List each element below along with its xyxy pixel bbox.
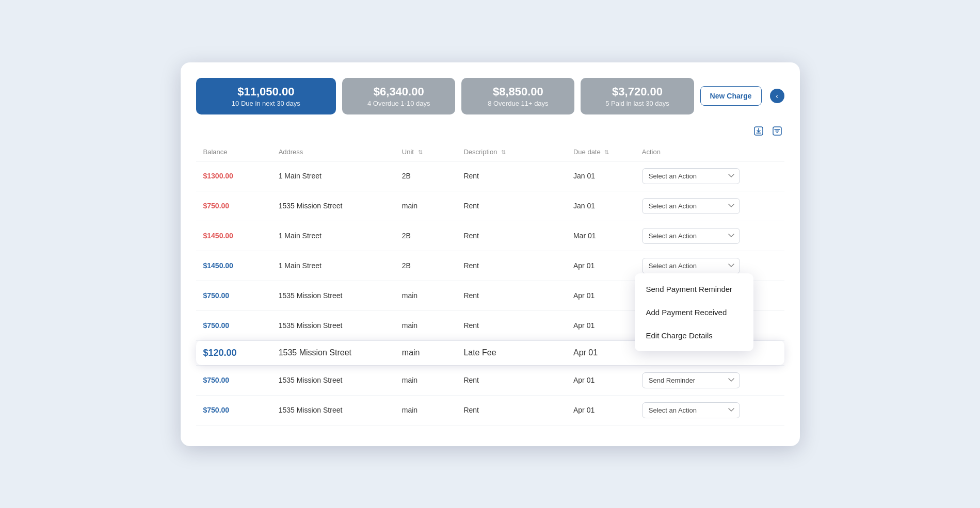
overdue-11-plus-amount: $8,850.00 [473,85,563,99]
download-icon-button[interactable] [751,124,766,141]
paid-30-amount: $3,720.00 [592,85,682,99]
filter-icon-button[interactable] [770,124,784,141]
new-charge-button[interactable]: New Charge [700,86,762,106]
action-select-2[interactable]: Select an Action Send Payment Reminder A… [642,228,740,244]
action-select-1[interactable]: Select an Action Send Payment Reminder A… [642,198,740,214]
col-header-address: Address [271,143,395,161]
table-header-row: Balance Address Unit ⇅ Description ⇅ Due [196,143,784,161]
cell-action: Select an Action Send Payment Reminder A… [635,395,784,425]
cell-amount: $1450.00 [196,251,271,281]
cell-action: Select an Action Send Payment Reminder A… [635,191,784,221]
cell-unit: 2B [395,161,457,191]
col-header-unit: Unit ⇅ [395,143,457,161]
cell-unit: main [395,340,457,365]
cell-due-date: Mar 01 [566,221,635,251]
cell-due-date: Jan 01 [566,161,635,191]
cell-action: Send Reminder Send Payment Reminder Add … [635,365,784,395]
highlight-amount: $11,050.00 [207,85,325,99]
table-row: $750.00 1535 Mission Street main Rent Ap… [196,365,784,395]
cell-address: 1 Main Street [271,221,395,251]
cell-description: Rent [456,395,566,425]
overdue-1-10-label: 4 Overdue 1-10 days [354,100,444,107]
cell-action: Select an Action Send Payment Reminder A… [635,161,784,191]
paid-30-days-card: $3,720.00 5 Paid in last 30 days [581,78,694,114]
action-select-0[interactable]: Select an Action Send Payment Reminder A… [642,168,740,184]
overdue-1-10-amount: $6,340.00 [354,85,444,99]
highlight-summary-card: $11,050.00 10 Due in next 30 days [196,78,336,114]
cell-amount: $750.00 [196,310,271,340]
table-row: $1300.00 1 Main Street 2B Rent Jan 01 Se… [196,161,784,191]
cell-unit: 2B [395,251,457,281]
popup-send-payment-reminder[interactable]: Send Payment Reminder [635,277,753,301]
desc-filter-icon[interactable]: ⇅ [501,149,506,156]
overdue-11-plus-label: 8 Overdue 11+ days [473,100,563,107]
cell-description: Rent [456,251,566,281]
cell-amount: $750.00 [196,281,271,310]
cell-address: 1535 Mission Street [271,310,395,340]
cell-unit: main [395,281,457,310]
cell-address: 1535 Mission Street [271,395,395,425]
cell-due-date: Apr 01 [566,281,635,310]
cell-unit: main [395,395,457,425]
cell-description: Rent [456,191,566,221]
cell-unit: 2B [395,221,457,251]
summary-row: $11,050.00 10 Due in next 30 days $6,340… [196,78,784,114]
table-row: $1450.00 1 Main Street 2B Rent Mar 01 Se… [196,221,784,251]
col-header-due-date: Due date ⇅ [566,143,635,161]
cell-unit: main [395,191,457,221]
due-filter-icon[interactable]: ⇅ [604,149,609,156]
cell-address: 1 Main Street [271,251,395,281]
cell-address: 1 Main Street [271,161,395,191]
col-header-balance: Balance [196,143,271,161]
cell-address: 1535 Mission Street [271,365,395,395]
overdue-1-10-card: $6,340.00 4 Overdue 1-10 days [342,78,455,114]
cell-description: Rent [456,310,566,340]
cell-unit: main [395,365,457,395]
cell-action: Select an Action Send Payment Reminder A… [635,221,784,251]
highlight-label: 10 Due in next 30 days [207,100,325,107]
main-container: $11,050.00 10 Due in next 30 days $6,340… [181,62,800,446]
cell-address: 1535 Mission Street [271,281,395,310]
cell-description: Late Fee [456,340,566,365]
table-row: $750.00 1535 Mission Street main Rent Ja… [196,191,784,221]
cell-description: Rent [456,281,566,310]
cell-due-date: Apr 01 [566,340,635,365]
cell-description: Rent [456,161,566,191]
cell-due-date: Apr 01 [566,251,635,281]
overdue-11-plus-card: $8,850.00 8 Overdue 11+ days [461,78,574,114]
col-header-action: Action [635,143,784,161]
paid-30-label: 5 Paid in last 30 days [592,100,682,107]
cell-description: Rent [456,221,566,251]
send-reminder-select-7[interactable]: Send Reminder Send Payment Reminder Add … [642,372,740,388]
cell-amount: $120.00 [196,340,271,365]
col-header-description: Description ⇅ [456,143,566,161]
cell-due-date: Jan 01 [566,191,635,221]
cell-amount: $750.00 [196,395,271,425]
table-header-icons [196,124,784,141]
cell-address: 1535 Mission Street [271,340,395,365]
table-row: $750.00 1535 Mission Street main Rent Ap… [196,395,784,425]
collapse-panel-button[interactable]: ‹ [770,89,784,103]
cell-description: Rent [456,365,566,395]
cell-amount: $1300.00 [196,161,271,191]
cell-unit: main [395,310,457,340]
unit-filter-icon[interactable]: ⇅ [418,149,423,156]
cell-amount: $1450.00 [196,221,271,251]
action-select-8[interactable]: Select an Action Send Payment Reminder A… [642,402,740,418]
cell-due-date: Apr 01 [566,395,635,425]
cell-due-date: Apr 01 [566,310,635,340]
cell-due-date: Apr 01 [566,365,635,395]
cell-amount: $750.00 [196,191,271,221]
popup-add-payment-received[interactable]: Add Payment Received [635,301,753,324]
cell-address: 1535 Mission Street [271,191,395,221]
action-select-3[interactable]: Select an Action Send Payment Reminder A… [642,258,740,274]
popup-edit-charge-details[interactable]: Edit Charge Details [635,324,753,347]
cell-amount: $750.00 [196,365,271,395]
action-dropdown-popup: Send Payment Reminder Add Payment Receiv… [635,273,753,351]
charges-table-wrapper: Balance Address Unit ⇅ Description ⇅ Due [196,124,784,425]
